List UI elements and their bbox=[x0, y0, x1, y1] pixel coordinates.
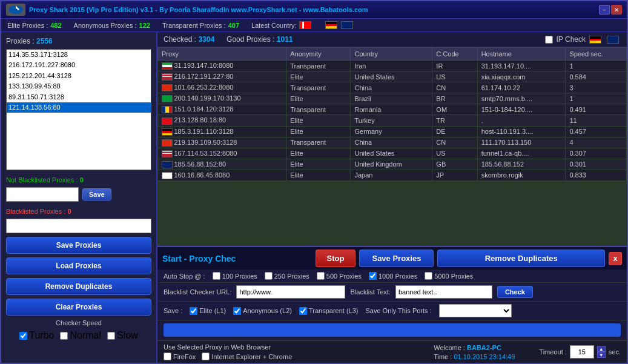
german-flag bbox=[325, 21, 337, 29]
250-proxies-option[interactable]: 250 Proxies bbox=[265, 272, 309, 280]
table-scroll[interactable]: Proxy Anonymity Country C.Code Hostname … bbox=[157, 47, 627, 181]
ie-chrome-checkbox[interactable] bbox=[202, 352, 210, 360]
timeout-input[interactable] bbox=[570, 345, 594, 359]
anon-cell: Transparent bbox=[286, 82, 351, 93]
spin-down-button[interactable]: ▼ bbox=[597, 352, 606, 358]
500-proxies-checkbox[interactable] bbox=[317, 272, 325, 280]
table-row[interactable]: 200.140.199.170:3130 Elite Brazil BR smt… bbox=[158, 93, 627, 104]
list-item[interactable]: 216.172.191.227:8080 bbox=[7, 60, 151, 70]
code-cell: DE bbox=[432, 126, 477, 137]
250-proxies-checkbox[interactable] bbox=[265, 272, 273, 280]
table-row[interactable]: 101.66.253.22:8080 Transparent China CN … bbox=[158, 82, 627, 93]
code-cell: US bbox=[432, 148, 477, 159]
not-blacklisted-input[interactable] bbox=[6, 187, 79, 202]
slow-checkbox[interactable] bbox=[107, 332, 115, 340]
proxy-table-body: 31.193.147.10:8080 Transparent Iran IR 3… bbox=[158, 61, 627, 181]
trans-stat: Transparent Proxies : 407 bbox=[162, 22, 239, 29]
host-cell: 31.193.147.10.... bbox=[477, 61, 566, 71]
proxy-table: Proxy Anonymity Country C.Code Hostname … bbox=[157, 47, 627, 181]
country-cell: Brazil bbox=[351, 93, 432, 104]
app-title: Proxy Shark 2015 (Vip Pro Edition) v3.1 … bbox=[29, 6, 368, 13]
100-proxies-option[interactable]: 100 Proxies bbox=[213, 272, 257, 280]
table-row[interactable]: 219.139.109.50:3128 Transparent China CN… bbox=[158, 137, 627, 148]
save-ports-select[interactable] bbox=[439, 304, 512, 317]
ip-check-checkbox[interactable] bbox=[545, 36, 553, 44]
save-small-button[interactable]: Save bbox=[82, 188, 111, 200]
anon-stat: Anonymous Proxies : 122 bbox=[74, 22, 150, 29]
list-item[interactable]: 89.31.150.71:3128 bbox=[7, 92, 151, 102]
1000-proxies-checkbox[interactable] bbox=[369, 272, 377, 280]
stop-button[interactable]: Stop bbox=[316, 250, 356, 267]
trans-save-checkbox[interactable] bbox=[299, 307, 307, 315]
list-item[interactable]: 114.35.53.171:3128 bbox=[7, 50, 151, 60]
remove-dup-control-button[interactable]: Remove Duplicates bbox=[437, 250, 605, 267]
slow-option[interactable]: Slow bbox=[107, 330, 138, 341]
check-button[interactable]: Check bbox=[497, 286, 533, 298]
host-cell: smtp70.mms.b.... bbox=[477, 93, 566, 104]
country-cell: Iran bbox=[351, 61, 432, 71]
5000-proxies-option[interactable]: 5000 Proxies bbox=[425, 272, 473, 280]
load-proxies-button[interactable]: Load Proxies bbox=[6, 257, 151, 274]
500-proxies-option[interactable]: 500 Proxies bbox=[317, 272, 362, 280]
auto-stop-bar: Auto Stop @ : 100 Proxies 250 Proxies 50… bbox=[157, 270, 627, 283]
ie-chrome-option[interactable]: Internet Explorer + Chrome bbox=[202, 352, 292, 360]
checker-speed-label: Checker Speed bbox=[6, 319, 151, 326]
country-cell: Romania bbox=[351, 104, 432, 115]
col-proxy: Proxy bbox=[158, 48, 286, 61]
1000-proxies-option[interactable]: 1000 Proxies bbox=[369, 272, 417, 280]
code-cell: US bbox=[432, 71, 477, 82]
anon-cell: Transparent bbox=[286, 61, 351, 71]
anon-save-checkbox[interactable] bbox=[233, 307, 241, 315]
shark-icon bbox=[7, 4, 24, 15]
list-item[interactable]: 125.212.201.44:3128 bbox=[7, 71, 151, 81]
table-row[interactable]: 167.114.53.152:8080 Elite United States … bbox=[158, 148, 627, 159]
trans-save-option[interactable]: Transparent (L3) bbox=[299, 307, 359, 315]
proxy-cell: 167.114.53.152:8080 bbox=[158, 148, 286, 159]
proxy-list[interactable]: 114.35.53.171:3128 216.172.191.227:8080 … bbox=[6, 49, 151, 170]
country-stat: Latest Country: bbox=[251, 21, 313, 29]
turbo-option[interactable]: Turbo bbox=[19, 330, 54, 341]
remove-duplicates-button[interactable]: Remove Duplicates bbox=[6, 278, 151, 295]
blacklist-bar: Blacklist Checker URL: Blacklist Text: C… bbox=[157, 283, 627, 302]
table-row[interactable]: 31.193.147.10:8080 Transparent Iran IR 3… bbox=[158, 61, 627, 71]
elite-save-checkbox[interactable] bbox=[190, 307, 197, 315]
control-bar: Start - Proxy Chec Stop Save Proxies Rem… bbox=[157, 246, 627, 270]
blacklisted-input[interactable] bbox=[6, 219, 151, 233]
country-cell: United States bbox=[351, 71, 432, 82]
blacklist-url-input[interactable] bbox=[236, 285, 345, 299]
minimize-button[interactable]: − bbox=[599, 5, 610, 15]
close-button[interactable]: ✕ bbox=[611, 5, 622, 15]
firefox-checkbox[interactable] bbox=[164, 352, 171, 360]
right-panel: Checked : 3304 Good Proxies : 1011 IP Ch… bbox=[157, 32, 627, 363]
save-proxies-control-button[interactable]: Save Proxies bbox=[359, 250, 434, 267]
table-row[interactable]: 151.0.184.120:3128 Transparent Romania O… bbox=[158, 104, 627, 115]
normal-option[interactable]: Normal bbox=[60, 330, 101, 341]
5000-proxies-checkbox[interactable] bbox=[425, 272, 432, 280]
normal-checkbox[interactable] bbox=[60, 332, 68, 340]
100-proxies-checkbox[interactable] bbox=[213, 272, 220, 280]
code-cell: BR bbox=[432, 93, 477, 104]
elite-save-option[interactable]: Elite (L1) bbox=[190, 307, 226, 315]
turbo-checkbox[interactable] bbox=[19, 332, 27, 340]
speed-cell: 0.457 bbox=[566, 126, 627, 137]
proxy-cell: 213.128.80.18:80 bbox=[158, 115, 286, 126]
table-row[interactable]: 185.56.88.152:80 Elite United Kingdom GB… bbox=[158, 159, 627, 170]
table-row[interactable]: 213.128.80.18:80 Elite Turkey TR . 11 bbox=[158, 115, 627, 126]
blacklist-text-input[interactable] bbox=[395, 285, 492, 299]
clear-proxies-button[interactable]: Clear Proxies bbox=[6, 299, 151, 316]
spin-up-button[interactable]: ▲ bbox=[597, 346, 606, 352]
list-item[interactable]: 121.14.138.56:80 bbox=[7, 102, 151, 113]
table-row[interactable]: 185.3.191.110:3128 Elite Germany DE host… bbox=[158, 126, 627, 137]
anon-save-option[interactable]: Anonymous (L2) bbox=[233, 307, 292, 315]
code-cell: JP bbox=[432, 170, 477, 180]
table-row[interactable]: 160.16.86.45:8080 Elite Japan JP skombro… bbox=[158, 170, 627, 180]
table-row[interactable]: 216.172.191.227:80 Elite United States U… bbox=[158, 71, 627, 82]
list-item[interactable]: 133.130.99.45:80 bbox=[7, 81, 151, 91]
save-proxies-button[interactable]: Save Proxies bbox=[6, 237, 151, 254]
firefox-option[interactable]: FireFox bbox=[164, 352, 196, 360]
close-small-button[interactable]: x bbox=[609, 252, 622, 265]
host-cell: . bbox=[477, 115, 566, 126]
speed-cell: 3 bbox=[566, 82, 627, 93]
col-hostname: Hostname bbox=[477, 48, 566, 61]
code-cell: TR bbox=[432, 115, 477, 126]
